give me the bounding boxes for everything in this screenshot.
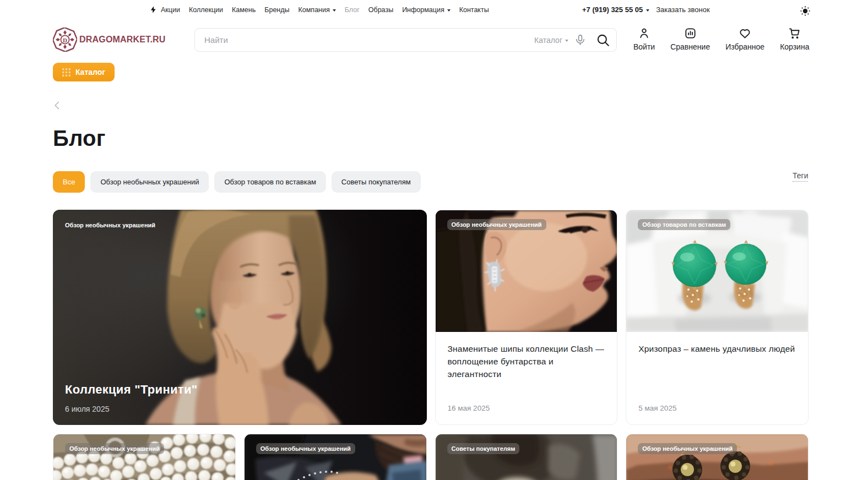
- svg-text:D: D: [63, 37, 67, 43]
